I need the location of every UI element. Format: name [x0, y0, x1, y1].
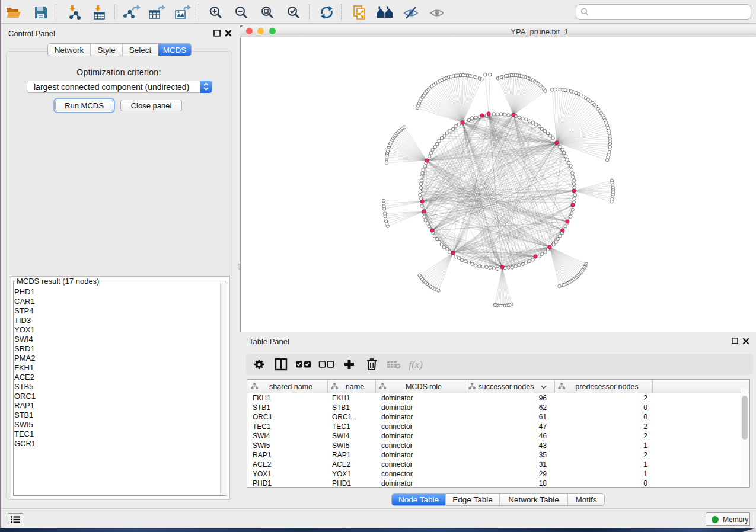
svg-text:f(x): f(x): [409, 359, 423, 370]
